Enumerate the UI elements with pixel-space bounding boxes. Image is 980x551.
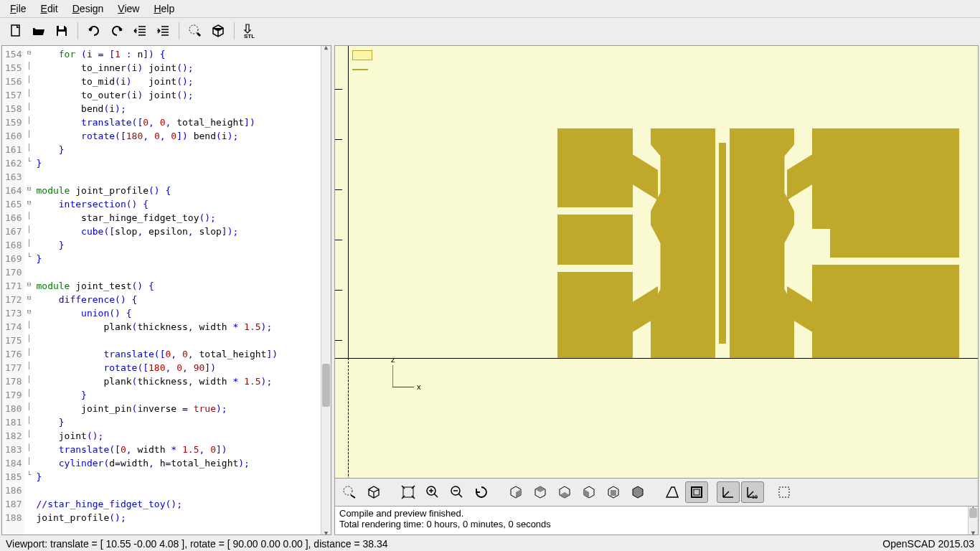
svg-rect-9 — [611, 490, 616, 496]
svg-rect-10 — [692, 487, 702, 497]
svg-text:10: 10 — [752, 494, 758, 499]
svg-point-5 — [344, 486, 352, 495]
menu-design[interactable]: Design — [68, 1, 108, 16]
console: Compile and preview finished. Total rend… — [334, 507, 979, 535]
save-button[interactable] — [52, 21, 72, 41]
preview-icon[interactable] — [338, 481, 361, 503]
render-icon[interactable] — [362, 481, 385, 503]
viewport-mini-icon — [352, 50, 372, 60]
view-left-icon[interactable] — [578, 481, 600, 503]
view-right-icon[interactable] — [504, 481, 527, 503]
svg-rect-2 — [58, 32, 65, 36]
viewer-toolbar: 10 — [334, 479, 979, 507]
show-scale-icon[interactable]: 10 — [741, 481, 764, 503]
orthogonal-icon[interactable] — [685, 481, 708, 503]
viewport-status: Viewport: translate = [ 10.55 -0.00 4.08… — [6, 538, 388, 550]
reset-view-icon[interactable] — [470, 481, 493, 503]
menu-file[interactable]: File — [6, 1, 31, 16]
statusbar: Viewport: translate = [ 10.55 -0.00 4.08… — [0, 537, 980, 551]
export-stl-button[interactable]: STL — [240, 21, 260, 41]
editor-scrollbar[interactable]: ▲ ▼ — [321, 46, 331, 534]
open-button[interactable] — [29, 21, 49, 41]
show-crosshairs-icon[interactable] — [773, 481, 796, 503]
zoom-in-icon[interactable] — [421, 481, 444, 503]
zoom-all-icon[interactable] — [397, 481, 420, 503]
svg-rect-1 — [59, 26, 64, 29]
svg-text:STL: STL — [244, 33, 255, 39]
indent-button[interactable] — [153, 21, 173, 41]
console-scrollbar[interactable]: ▲ ▼ — [968, 507, 978, 534]
console-line: Total rendering time: 0 hours, 0 minutes… — [339, 519, 974, 529]
editor-pane: 154 155 156 157 158 159 160 161 162 163 … — [1, 45, 331, 535]
menu-view[interactable]: View — [113, 1, 143, 16]
menubar: File Edit Design View Help — [0, 0, 980, 18]
view-top-icon[interactable] — [529, 481, 552, 503]
scrollbar-thumb[interactable] — [322, 364, 330, 407]
svg-rect-0 — [11, 25, 19, 36]
version-label: OpenSCAD 2015.03 — [882, 538, 974, 550]
menu-help[interactable]: Help — [149, 1, 179, 16]
preview-button[interactable] — [185, 21, 205, 41]
code-editor[interactable]: 154 155 156 157 158 159 160 161 162 163 … — [2, 46, 331, 534]
main-toolbar: STL — [0, 18, 980, 44]
zoom-out-icon[interactable] — [446, 481, 468, 503]
render-button[interactable] — [208, 21, 228, 41]
perspective-icon[interactable] — [661, 481, 684, 503]
redo-button[interactable] — [107, 21, 127, 41]
3d-viewport[interactable]: z x — [334, 45, 979, 479]
show-axes-icon[interactable] — [717, 481, 740, 503]
view-front-icon[interactable] — [602, 481, 625, 503]
undo-button[interactable] — [84, 21, 104, 41]
view-bottom-icon[interactable] — [553, 481, 576, 503]
svg-rect-13 — [779, 487, 789, 497]
new-button[interactable] — [6, 21, 26, 41]
console-line: Compile and preview finished. — [339, 508, 974, 519]
unindent-button[interactable] — [130, 21, 150, 41]
view-back-icon[interactable] — [626, 481, 649, 503]
menu-edit[interactable]: Edit — [37, 1, 62, 16]
svg-point-3 — [189, 25, 198, 34]
svg-rect-6 — [403, 487, 413, 497]
svg-rect-11 — [694, 489, 699, 495]
